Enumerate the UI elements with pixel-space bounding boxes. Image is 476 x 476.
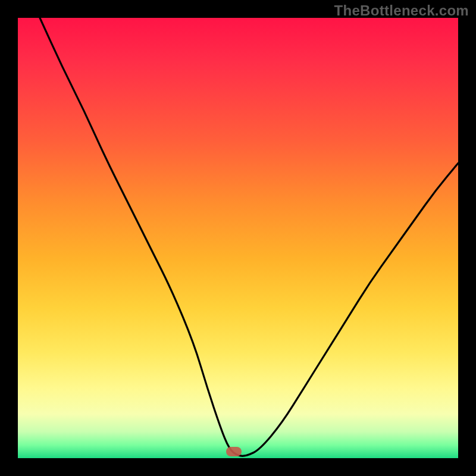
optimal-marker [226,447,242,456]
bottleneck-curve [18,18,458,458]
chart-frame: TheBottleneck.com [0,0,476,476]
watermark-text: TheBottleneck.com [334,2,469,19]
plot-area [18,18,458,458]
